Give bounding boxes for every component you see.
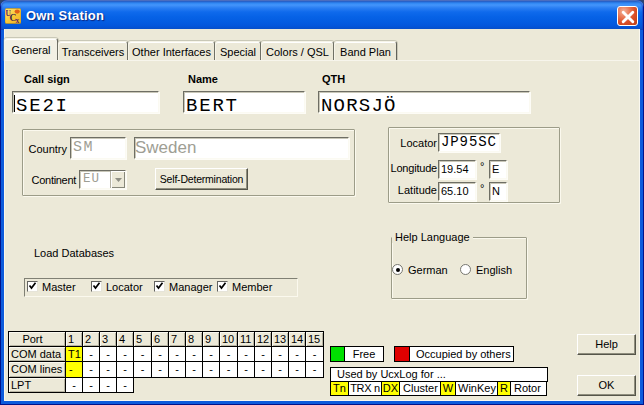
svg-text:x: x — [15, 16, 19, 24]
